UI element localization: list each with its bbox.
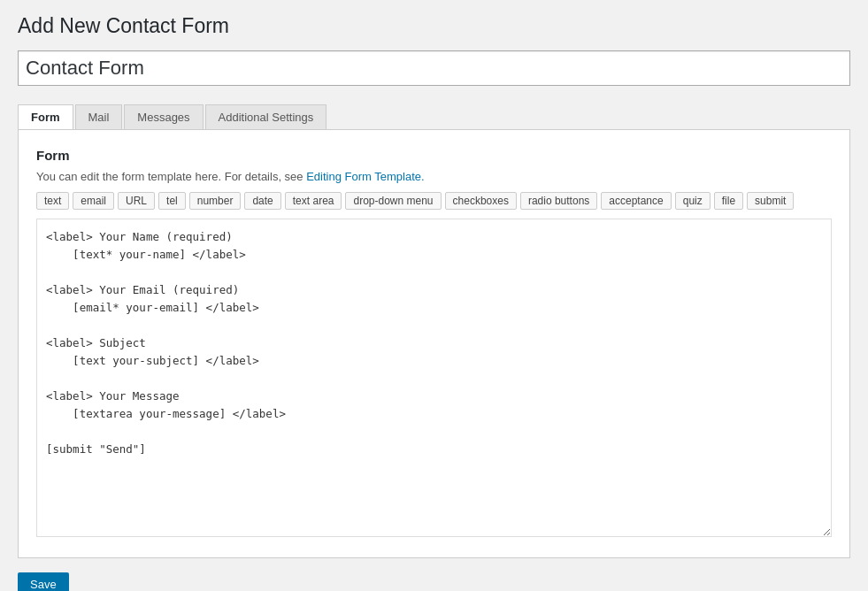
tab-additional-settings[interactable]: Additional Settings [205, 104, 327, 130]
save-button[interactable]: Save [18, 572, 69, 591]
tag-button-checkboxes[interactable]: checkboxes [445, 192, 517, 210]
form-template-textarea[interactable] [36, 219, 832, 537]
form-description: You can edit the form template here. For… [36, 170, 832, 183]
tag-button-date[interactable]: date [244, 192, 280, 210]
tag-button-file[interactable]: file [714, 192, 743, 210]
tab-messages[interactable]: Messages [124, 104, 203, 130]
tag-button-number[interactable]: number [189, 192, 242, 210]
tag-button-text[interactable]: text [36, 192, 69, 210]
tag-button-email[interactable]: email [73, 192, 114, 210]
page-title: Add New Contact Form [18, 13, 850, 40]
editing-form-template-link[interactable]: Editing Form Template. [306, 170, 424, 183]
tag-button-drop-down-menu[interactable]: drop-down menu [345, 192, 441, 210]
tab-mail[interactable]: Mail [75, 104, 123, 130]
tag-button-text-area[interactable]: text area [285, 192, 342, 210]
tag-button-acceptance[interactable]: acceptance [601, 192, 671, 210]
tag-buttons-container: textemailURLtelnumberdatetext areadrop-d… [36, 192, 832, 210]
form-section-title: Form [36, 148, 832, 163]
form-panel: Form You can edit the form template here… [18, 129, 850, 558]
tab-form[interactable]: Form [18, 104, 73, 130]
tag-button-submit[interactable]: submit [747, 192, 794, 210]
form-title-input[interactable] [18, 50, 850, 86]
tag-button-quiz[interactable]: quiz [675, 192, 711, 210]
tag-button-url[interactable]: URL [118, 192, 155, 210]
tag-button-tel[interactable]: tel [158, 192, 186, 210]
tag-button-radio-buttons[interactable]: radio buttons [520, 192, 597, 210]
tabs-container: Form Mail Messages Additional Settings [18, 104, 850, 129]
save-bar: Save [18, 572, 850, 591]
